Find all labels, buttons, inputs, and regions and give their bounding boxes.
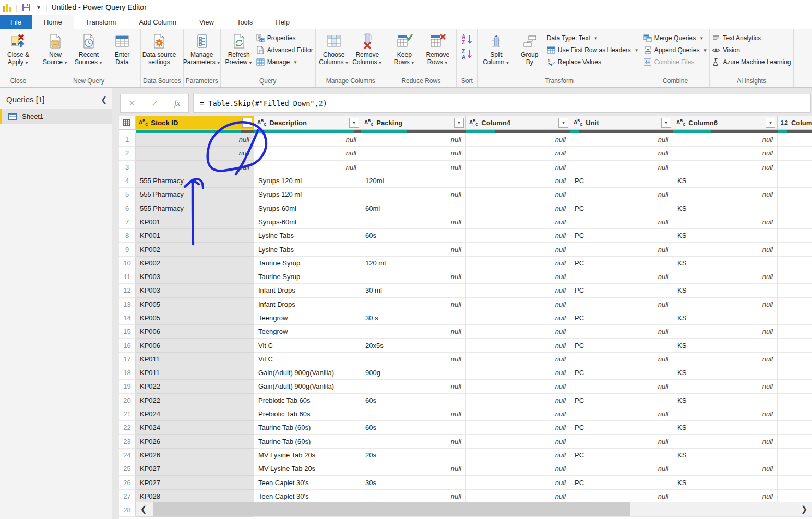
close-apply-button[interactable]: Close &Apply▼ [2,31,34,67]
cell[interactable]: null [466,339,570,352]
row-number[interactable]: 17 [119,353,136,366]
cell[interactable]: null [570,435,673,449]
column-filter-dropdown-icon[interactable]: ▼ [558,118,568,128]
row-number[interactable]: 4 [119,174,136,188]
azure-machine-learning-button[interactable]: Azure Machine Learning [712,57,791,67]
cell[interactable]: null [136,161,254,174]
cell[interactable]: null [361,161,466,174]
cell[interactable] [778,476,812,489]
row-number[interactable]: 5 [119,188,136,201]
cell[interactable]: KS [673,284,778,297]
refresh-preview-button[interactable]: RefreshPreview▼ [223,31,255,67]
sort-ascending-button[interactable]: AZ [461,33,473,46]
cell[interactable] [778,421,812,434]
new-source-button[interactable]: NewSource▼ [39,31,71,67]
append-queries-button[interactable]: Append Queries▼ [643,45,708,55]
enter-data-button[interactable]: EnterData [106,31,138,66]
cell[interactable]: null [570,353,673,366]
row-number[interactable]: 20 [119,394,136,407]
cell[interactable]: PC [570,476,673,489]
cell[interactable]: KS [673,421,778,434]
choose-columns-button[interactable]: ChooseColumns▼ [318,31,350,67]
cell[interactable]: Vit C [254,339,361,352]
cell[interactable]: KP026 [136,435,254,449]
cell[interactable]: null [136,133,254,147]
properties-button[interactable]: Properties [256,33,313,43]
cell[interactable]: null [673,161,778,174]
cell[interactable]: null [466,407,570,421]
row-number[interactable]: 22 [119,421,136,434]
cell[interactable]: KP022 [136,380,254,393]
row-number[interactable]: 16 [119,339,136,352]
scrollbar-track[interactable] [151,502,796,516]
cell[interactable]: Taurine Tab (60s) [254,435,361,449]
cell[interactable]: null [466,215,570,229]
cell[interactable]: Syrups 120 ml [254,188,361,201]
recent-sources-button[interactable]: RecentSources▼ [73,31,105,67]
cell[interactable]: Vit C [254,353,361,366]
cell[interactable]: KP027 [136,476,254,489]
cell[interactable]: KS [673,201,778,215]
row-number[interactable]: 8 [119,229,136,243]
row-number[interactable]: 28 [119,503,136,517]
cell[interactable]: null [361,133,466,147]
cell[interactable]: null [466,133,570,147]
cell[interactable]: null [466,490,570,503]
cell[interactable]: MV Lysine Tab 20s [254,449,361,462]
cell[interactable]: null [466,270,570,284]
cell[interactable]: KS [673,449,778,462]
cell[interactable]: 555 Pharmacy [136,188,254,201]
row-number[interactable]: 10 [119,257,136,270]
cell[interactable] [778,133,812,147]
cell[interactable]: 555 Pharmacy [136,174,254,188]
cell[interactable]: null [673,353,778,366]
cell[interactable] [778,407,812,421]
cell[interactable] [778,188,812,201]
cell[interactable]: null [673,490,778,503]
cell[interactable]: Syrups-60ml [254,215,361,229]
cell[interactable]: KS [673,311,778,325]
cell[interactable]: Syrups 120 ml [254,174,361,188]
cell[interactable]: null [361,490,466,503]
cell[interactable]: 20x5s [361,339,466,352]
cell[interactable]: null [570,462,673,476]
row-number[interactable]: 23 [119,435,136,449]
data-type-button[interactable]: Data Type: Text▼ [547,33,639,43]
remove-columns-button[interactable]: RemoveColumns▼ [351,31,384,67]
row-number[interactable]: 14 [119,311,136,325]
cell[interactable]: Lysine Tabs [254,243,361,256]
column-header-description[interactable]: ABCDescription▼ [254,116,361,130]
confirm-formula-icon[interactable]: ✓ [151,99,158,108]
data-source-settings-button[interactable]: Data sourcesettings [143,31,175,66]
cell[interactable]: null [673,188,778,201]
cell[interactable]: 120ml [361,174,466,188]
chevron-right-icon[interactable]: ❯ [796,504,812,514]
cell[interactable]: null [466,147,570,160]
row-number[interactable]: 6 [119,201,136,215]
cell[interactable]: Lysine Tabs [254,229,361,243]
cell[interactable]: KS [673,394,778,407]
formula-input[interactable]: = Table.Skip(#"Filled Down",2) [193,94,811,113]
row-number[interactable]: 9 [119,243,136,256]
cell[interactable]: null [466,174,570,188]
cell[interactable]: null [466,476,570,489]
replace-values-button[interactable]: 12Replace Values [547,57,639,67]
group-by-button[interactable]: GroupBy [514,31,546,66]
cell[interactable] [778,161,812,174]
cell[interactable]: null [673,298,778,311]
split-column-button[interactable]: SplitColumn▼ [480,31,512,67]
cell[interactable]: 60ml [361,201,466,215]
cell[interactable]: null [570,133,673,147]
cell[interactable]: 60s [361,229,466,243]
cell[interactable]: null [361,380,466,393]
cell[interactable]: null [673,133,778,147]
cell[interactable]: KS [673,229,778,243]
cell[interactable]: Infant Drops [254,298,361,311]
cell[interactable]: null [361,407,466,421]
cell[interactable]: MV Lysine Tab 20s [254,462,361,476]
manage-parameters-button[interactable]: ManageParameters▼ [186,31,218,67]
column-filter-dropdown-icon[interactable]: ▼ [661,118,671,128]
cell[interactable]: 900g [361,366,466,380]
cell[interactable]: null [570,407,673,421]
cell[interactable]: null [254,133,361,147]
